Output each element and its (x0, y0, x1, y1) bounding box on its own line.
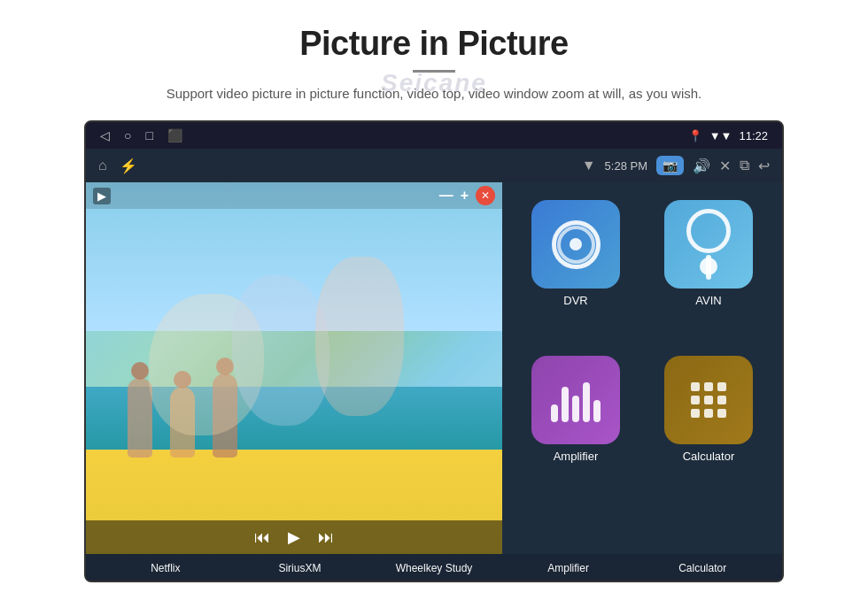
video-prev-btn[interactable]: ⏮ (254, 528, 270, 547)
video-play-btn[interactable]: ▶ (288, 527, 300, 547)
device-frame: ◁ ○ □ ⬛ 📍 ▼▼ 11:22 ⌂ ⚡ ▼ 5:28 PM 📷 🔊 ✕ ⧉… (84, 120, 784, 582)
video-pip[interactable]: ▶ — + ✕ ⏮ ▶ ⏭ (86, 182, 502, 554)
dvr-icon (552, 220, 601, 269)
back-icon[interactable]: ↩ (758, 158, 770, 174)
nav-buttons: ◁ ○ □ ⬛ (100, 128, 182, 142)
bottom-calculator: Calculator (635, 559, 770, 575)
avin-circle-icon (686, 209, 731, 253)
calc-key (704, 409, 713, 418)
bottom-amplifier: Amplifier (501, 559, 636, 575)
pip-minimize-btn[interactable]: — (439, 188, 453, 204)
bottom-siriusxm: SiriusXM (233, 559, 368, 575)
main-content: ○ ▶ — (86, 182, 782, 554)
location-icon: 📍 (688, 129, 702, 142)
toolbar-time: 5:28 PM (605, 159, 647, 173)
calc-key (691, 409, 700, 418)
camera-button[interactable]: 📷 (656, 156, 684, 175)
page-title: Picture in Picture (299, 25, 569, 63)
app-calculator[interactable]: Calculator (649, 356, 768, 497)
calc-key (717, 409, 726, 418)
usb-icon: ⚡ (120, 158, 137, 174)
pip-close-btn[interactable]: ✕ (476, 186, 495, 205)
amplifier-icon-box[interactable] (531, 356, 620, 444)
close-x-icon[interactable]: ✕ (719, 158, 731, 174)
pip-controls[interactable]: — + ✕ (439, 186, 495, 205)
calc-key (691, 382, 700, 391)
toolbar-right: ▼ 5:28 PM 📷 🔊 ✕ ⧉ ↩ (582, 156, 770, 175)
signal-icon: ▼▼ (709, 129, 732, 142)
bottom-amplifier-label: Amplifier (547, 562, 589, 574)
pip-icon[interactable]: ⧉ (740, 158, 749, 173)
video-controls[interactable]: ⏮ ▶ ⏭ (86, 520, 502, 554)
video-next-btn[interactable]: ⏭ (318, 528, 334, 547)
pip-expand-btn[interactable]: + (461, 188, 469, 204)
status-bar-right: 📍 ▼▼ 11:22 (688, 129, 768, 142)
calc-key (717, 396, 726, 404)
title-divider (413, 70, 455, 73)
bottom-netflix: Netflix (98, 559, 233, 575)
amplifier-icon (551, 378, 601, 422)
calculator-label: Calculator (683, 450, 735, 463)
calc-key (717, 382, 726, 391)
app-amplifier[interactable]: Amplifier (516, 356, 635, 497)
calc-key (691, 396, 700, 404)
status-bar: ◁ ○ □ ⬛ 📍 ▼▼ 11:22 (86, 122, 782, 149)
toolbar: ⌂ ⚡ ▼ 5:28 PM 📷 🔊 ✕ ⧉ ↩ (86, 149, 782, 182)
status-time: 11:22 (739, 129, 768, 142)
subtitle: Support video picture in picture functio… (167, 83, 701, 104)
dvr-label: DVR (563, 294, 587, 307)
video-content (86, 182, 502, 554)
nav-screenshot-icon[interactable]: ⬛ (167, 128, 182, 142)
pip-play-icon: ▶ (93, 188, 111, 204)
calc-key (704, 382, 713, 391)
volume-icon[interactable]: 🔊 (693, 158, 710, 174)
bottom-wheelkey-label: Wheelkey Study (396, 562, 473, 574)
avin-label: AVIN (695, 294, 721, 307)
toolbar-left: ⌂ ⚡ (98, 158, 137, 174)
pip-overlay: ▶ — + ✕ (86, 182, 502, 209)
home-icon[interactable]: ⌂ (98, 158, 107, 173)
figure-1 (128, 378, 152, 458)
bottom-netflix-label: Netflix (151, 562, 180, 574)
bottom-wheelkey: Wheelkey Study (367, 559, 501, 575)
calculator-icon-box[interactable] (664, 356, 753, 444)
bottom-siriusxm-label: SiriusXM (278, 562, 321, 574)
nav-recent-icon[interactable]: □ (145, 128, 152, 142)
amplifier-label: Amplifier (554, 450, 599, 463)
wifi-icon: ▼ (582, 158, 596, 173)
nav-back-icon[interactable]: ◁ (100, 128, 110, 142)
nav-home-icon[interactable]: ○ (124, 128, 131, 142)
bottom-apps-bar: Netflix SiriusXM Wheelkey Study Amplifie… (86, 554, 782, 581)
bottom-calculator-label: Calculator (678, 562, 726, 574)
calc-key (704, 396, 713, 404)
